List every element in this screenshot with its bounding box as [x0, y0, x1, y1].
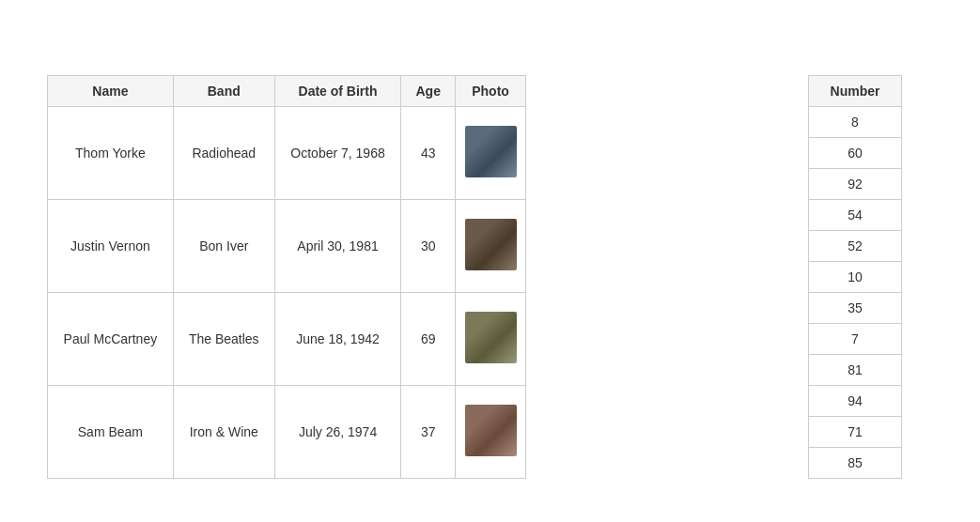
number-row: 85: [809, 448, 902, 479]
number-cell: 71: [809, 417, 902, 448]
cell-band: Radiohead: [173, 107, 274, 200]
photo-thumbnail: [465, 126, 517, 177]
number-cell: 54: [809, 200, 902, 231]
number-cell: 35: [809, 293, 902, 324]
number-cell: 7: [809, 324, 902, 355]
cell-name: Justin Vernon: [48, 200, 174, 293]
table-row: Thom YorkeRadioheadOctober 7, 196843: [48, 107, 526, 200]
col-header-number: Number: [809, 76, 902, 107]
main-table: Name Band Date of Birth Age Photo Thom Y…: [47, 75, 526, 479]
number-row: 8: [809, 107, 902, 138]
cell-dob: June 18, 1942: [274, 293, 401, 386]
main-table-header-row: Name Band Date of Birth Age Photo: [48, 76, 526, 107]
number-row: 81: [809, 355, 902, 386]
number-cell: 60: [809, 138, 902, 169]
cell-band: Iron & Wine: [173, 386, 274, 479]
number-row: 94: [809, 386, 902, 417]
page-container: Name Band Date of Birth Age Photo Thom Y…: [0, 0, 980, 522]
cell-band: Bon Iver: [173, 200, 274, 293]
number-cell: 8: [809, 107, 902, 138]
cell-photo: [456, 200, 526, 293]
cell-photo: [456, 107, 526, 200]
cell-age: 30: [401, 200, 456, 293]
photo-thumbnail: [465, 405, 517, 456]
number-table-header-row: Number: [809, 76, 902, 107]
number-row: 7: [809, 324, 902, 355]
cell-band: The Beatles: [173, 293, 274, 386]
cell-photo: [456, 293, 526, 386]
cell-photo: [456, 386, 526, 479]
number-row: 54: [809, 200, 902, 231]
number-row: 71: [809, 417, 902, 448]
cell-age: 43: [401, 107, 456, 200]
col-header-name: Name: [48, 76, 174, 107]
photo-thumbnail: [465, 219, 517, 270]
cell-age: 37: [401, 386, 456, 479]
col-header-dob: Date of Birth: [274, 76, 401, 107]
cell-name: Thom Yorke: [48, 107, 174, 200]
col-header-band: Band: [173, 76, 274, 107]
number-row: 10: [809, 262, 902, 293]
table-row: Sam BeamIron & WineJuly 26, 197437: [48, 386, 526, 479]
number-cell: 52: [809, 231, 902, 262]
cell-dob: April 30, 1981: [274, 200, 401, 293]
number-cell: 94: [809, 386, 902, 417]
number-row: 52: [809, 231, 902, 262]
number-table: Number 8609254521035781947185: [808, 75, 902, 479]
cell-name: Sam Beam: [48, 386, 174, 479]
number-cell: 10: [809, 262, 902, 293]
number-cell: 81: [809, 355, 902, 386]
number-row: 60: [809, 138, 902, 169]
number-cell: 92: [809, 169, 902, 200]
table-row: Paul McCartneyThe BeatlesJune 18, 194269: [48, 293, 526, 386]
cell-dob: October 7, 1968: [274, 107, 401, 200]
number-row: 92: [809, 169, 902, 200]
photo-thumbnail: [465, 312, 517, 363]
col-header-age: Age: [401, 76, 456, 107]
number-cell: 85: [809, 448, 902, 479]
col-header-photo: Photo: [456, 76, 526, 107]
table-row: Justin VernonBon IverApril 30, 198130: [48, 200, 526, 293]
cell-dob: July 26, 1974: [274, 386, 401, 479]
cell-name: Paul McCartney: [48, 293, 174, 386]
number-row: 35: [809, 293, 902, 324]
cell-age: 69: [401, 293, 456, 386]
